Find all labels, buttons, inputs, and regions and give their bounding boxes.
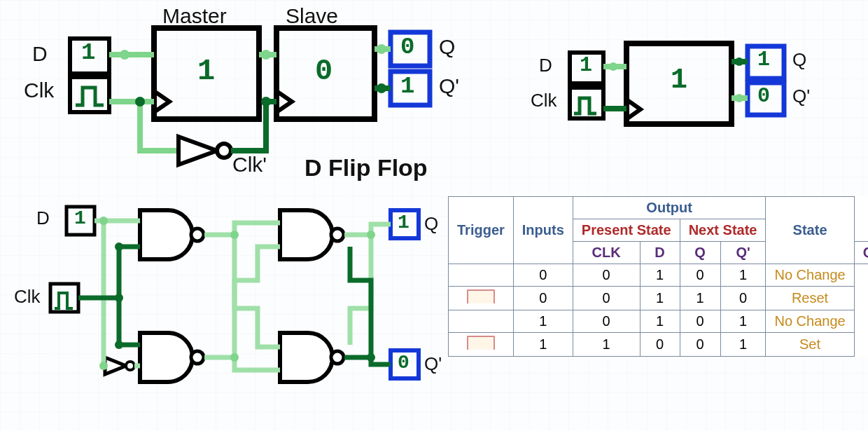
svg-point-36 bbox=[331, 351, 344, 364]
th-inputs: Inputs bbox=[513, 197, 573, 264]
svg-point-42 bbox=[99, 217, 108, 225]
svg-point-14 bbox=[120, 50, 130, 60]
tr-qbar-label: Q' bbox=[792, 85, 810, 107]
tl-d-label: D bbox=[32, 42, 48, 66]
truth-row: 00110Reset bbox=[449, 287, 869, 310]
svg-point-35 bbox=[331, 228, 344, 241]
th-clk: CLK bbox=[573, 242, 640, 264]
truth-row: 11001Set bbox=[449, 333, 869, 357]
bl-clk-label: Clk bbox=[14, 286, 41, 308]
th-d: D bbox=[640, 242, 680, 264]
tl-master-label: Master bbox=[162, 4, 227, 28]
tl-qbar-label: Q' bbox=[439, 74, 459, 98]
svg-point-43 bbox=[99, 362, 108, 370]
svg-point-13 bbox=[261, 50, 271, 60]
svg-point-10 bbox=[217, 144, 231, 158]
tl-master-val: 1 bbox=[197, 55, 215, 88]
title: D Flip Flop bbox=[304, 154, 428, 182]
tl-slave-val: 0 bbox=[315, 55, 332, 88]
bl-qbar-label: Q' bbox=[424, 353, 442, 375]
svg-point-45 bbox=[230, 353, 239, 362]
svg-point-34 bbox=[191, 351, 204, 364]
svg-point-33 bbox=[191, 228, 204, 241]
tl-clk-label: Clk bbox=[24, 78, 54, 102]
tl-qbar-val: 1 bbox=[400, 73, 414, 100]
bl-d-val: 1 bbox=[74, 207, 86, 229]
bl-q-label: Q bbox=[424, 213, 438, 235]
svg-point-27 bbox=[735, 57, 743, 66]
th-trigger: Trigger bbox=[449, 197, 514, 264]
truth-row: 00101No Change bbox=[449, 264, 869, 287]
tr-latch-val: 1 bbox=[671, 64, 687, 96]
svg-point-16 bbox=[377, 83, 386, 93]
tr-d-val: 1 bbox=[580, 53, 592, 77]
svg-point-39 bbox=[115, 242, 123, 251]
truth-table: Trigger Inputs Output State Present Stat… bbox=[448, 196, 868, 357]
tl-clkbar-label: Clk' bbox=[232, 153, 267, 177]
tl-q-val: 0 bbox=[400, 34, 414, 60]
tr-qbar-val: 0 bbox=[757, 84, 770, 108]
truth-row: 10101No Change bbox=[449, 310, 869, 333]
bl-q-val: 1 bbox=[398, 212, 410, 233]
svg-point-38 bbox=[115, 294, 123, 302]
clock-pulse-icon bbox=[467, 289, 495, 303]
bl-qbar-val: 0 bbox=[398, 352, 410, 374]
th-state: State bbox=[766, 197, 854, 264]
svg-point-37 bbox=[126, 362, 134, 370]
svg-point-41 bbox=[367, 353, 375, 362]
tr-q-label: Q bbox=[792, 49, 806, 71]
svg-point-44 bbox=[230, 231, 239, 239]
tl-d-val: 1 bbox=[81, 39, 95, 66]
th-nq: Q bbox=[854, 242, 868, 264]
svg-point-40 bbox=[115, 341, 123, 349]
svg-point-12 bbox=[261, 97, 271, 107]
tl-q-label: Q bbox=[439, 35, 455, 59]
tr-clk-label: Clk bbox=[531, 90, 557, 111]
th-pq: Q bbox=[680, 242, 720, 264]
tr-d-label: D bbox=[539, 55, 552, 76]
th-next: Next State bbox=[680, 219, 766, 242]
th-present: Present State bbox=[573, 219, 680, 242]
svg-point-15 bbox=[377, 44, 386, 54]
th-pqb: Q' bbox=[720, 242, 766, 264]
tl-slave-label: Slave bbox=[286, 4, 338, 28]
svg-point-28 bbox=[735, 94, 743, 102]
svg-point-11 bbox=[135, 97, 145, 107]
svg-point-26 bbox=[609, 62, 617, 71]
bl-d-label: D bbox=[36, 207, 50, 229]
tr-q-val: 1 bbox=[757, 48, 770, 71]
svg-point-46 bbox=[367, 231, 375, 239]
clock-pulse-icon bbox=[467, 336, 495, 350]
th-output: Output bbox=[573, 197, 766, 219]
